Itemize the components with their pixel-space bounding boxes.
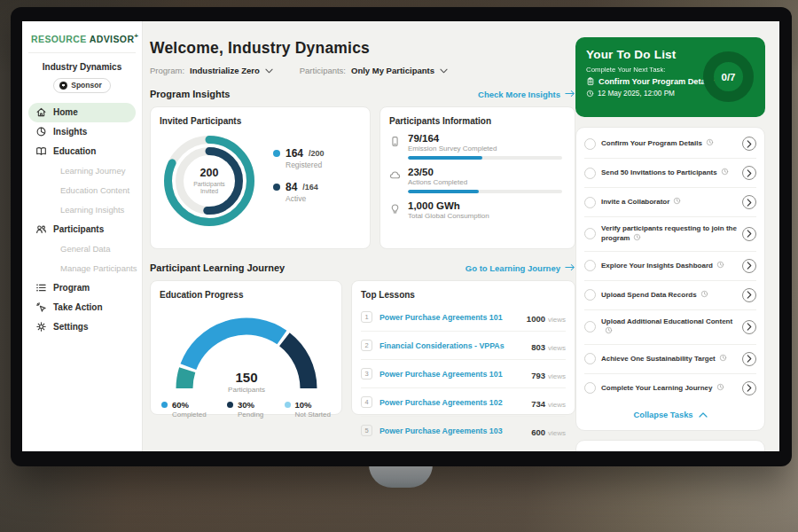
education-gauge-chart: 150 Participants (160, 301, 333, 394)
sidebar-item-icon (35, 145, 47, 157)
task-row: Upload Spend Data Records (584, 280, 756, 309)
task-checkbox[interactable] (584, 321, 596, 332)
task-label-text: Explore Your Insights Dashboard (601, 262, 713, 270)
sidebar-item[interactable]: Manage Participants (28, 259, 136, 278)
sidebar-item[interactable]: Program (28, 278, 136, 298)
lesson-link[interactable]: Power Purchase Agreements 103 (379, 426, 524, 435)
collapse-label: Collapse Tasks (633, 411, 692, 419)
top-lessons-card: Top Lessons 1 Power Purchase Agreements … (351, 280, 575, 415)
sidebar-item[interactable]: Home (28, 103, 136, 122)
todo-progress-count: 0/7 (722, 72, 736, 82)
lesson-link[interactable]: Power Purchase Agreements 102 (379, 398, 524, 407)
filter-dropdown[interactable]: Program: Industrialize Zero (150, 66, 273, 75)
task-due-clock-icon (721, 168, 729, 176)
task-checkbox[interactable] (584, 353, 596, 364)
sidebar-item[interactable]: Take Action (28, 298, 136, 317)
lesson-rank: 1 (361, 311, 372, 323)
task-label: Complete Your Learning Journey (601, 383, 737, 393)
sidebar-item[interactable]: Insights (28, 122, 136, 142)
sidebar-item-label: Insights (53, 127, 87, 137)
stat-icon (389, 169, 401, 181)
gauge-center-value: 150 (160, 370, 333, 385)
task-open-button[interactable] (742, 352, 756, 366)
legend-dot (273, 150, 280, 157)
sidebar-item-icon (43, 184, 54, 196)
task-checkbox[interactable] (584, 138, 596, 150)
donut-center-value: 200 (200, 167, 219, 179)
chevron-down-icon (265, 68, 273, 74)
task-row: Achieve One Sustainability Target (584, 344, 756, 373)
task-checkbox[interactable] (584, 168, 596, 179)
recent-news-card: Recent News (575, 440, 765, 451)
filter-value: Industrialize Zero (190, 66, 260, 75)
sidebar-item-label: Program (53, 283, 90, 293)
sidebar-item-label: Participants (53, 224, 104, 234)
legend-item: 60% Completed (161, 400, 207, 419)
legend-value: 60% (172, 400, 189, 410)
lesson-row: 3 Power Purchase Agreements 101 793views (361, 359, 566, 387)
task-open-button[interactable] (742, 320, 756, 334)
todo-next-task: Confirm Your Program Details (598, 77, 715, 86)
filter-dropdown[interactable]: Participants: Only My Participants (300, 66, 448, 75)
legend-dot (285, 402, 291, 408)
legend-dot (273, 184, 280, 191)
sidebar-item[interactable]: Learning Insights (28, 200, 136, 220)
stat-value: 1,000 GWh (408, 200, 562, 211)
legend-label: Pending (238, 411, 263, 419)
sidebar-item-label: Education (53, 146, 96, 156)
task-checkbox[interactable] (584, 260, 596, 271)
lesson-link[interactable]: Financial Considerations - VPPAs (379, 341, 524, 350)
task-open-button[interactable] (742, 137, 756, 151)
task-open-button[interactable] (742, 166, 756, 180)
task-due-clock-icon (716, 261, 724, 269)
lesson-rank: 4 (361, 396, 372, 408)
todo-header-card: Your To Do List Complete Your Next Task:… (575, 37, 765, 117)
chevron-up-icon (699, 411, 708, 419)
task-open-button[interactable] (742, 259, 756, 273)
sidebar-item-icon (35, 301, 47, 313)
task-row: Complete Your Learning Journey (584, 373, 756, 403)
sidebar-item[interactable]: Learning Journey (28, 161, 136, 181)
logo-plus: + (134, 32, 138, 40)
invited-participants-card: Invited Participants 200 Participants In… (150, 106, 371, 249)
sidebar-item[interactable]: General Data (28, 239, 136, 259)
task-label: Explore Your Insights Dashboard (601, 261, 737, 270)
task-checkbox[interactable] (584, 228, 596, 239)
sidebar-item[interactable]: Participants (28, 220, 136, 239)
task-label: Invite a Collaborator (601, 197, 737, 207)
stat-icon (389, 136, 401, 147)
task-open-button[interactable] (742, 195, 756, 209)
stat-value: 79/164 (408, 133, 562, 144)
task-checkbox[interactable] (584, 382, 596, 394)
clock-icon (586, 90, 594, 98)
lesson-link[interactable]: Power Purchase Agreements 101 (379, 370, 524, 379)
task-open-button[interactable] (742, 227, 756, 241)
task-label: Send 50 Invitations to Participants (601, 168, 737, 177)
sidebar-item-icon (35, 282, 47, 293)
filter-bar: Program: Industrialize Zero Participants… (150, 66, 575, 75)
card-title: Top Lessons (361, 290, 566, 300)
check-more-insights-link[interactable]: Check More Insights (478, 90, 575, 99)
lesson-link[interactable]: Power Purchase Agreements 101 (379, 313, 520, 322)
lesson-row: 1 Power Purchase Agreements 101 1000view… (361, 303, 566, 331)
sidebar-item[interactable]: Settings (28, 317, 136, 337)
task-open-button[interactable] (742, 288, 756, 302)
collapse-tasks-link[interactable]: Collapse Tasks (584, 403, 756, 428)
sidebar-item[interactable]: Education Content (28, 181, 136, 200)
task-checkbox[interactable] (584, 197, 596, 208)
logo-text-secondary: ADVISOR (90, 34, 135, 44)
sidebar-item-label: General Data (60, 244, 111, 254)
go-to-learning-journey-link[interactable]: Go to Learning Journey (466, 263, 575, 273)
legend-item: 10% Not Started (285, 400, 331, 419)
task-open-button[interactable] (742, 381, 756, 395)
legend-label: Completed (172, 411, 207, 419)
task-label: Achieve One Sustainability Target (601, 354, 737, 364)
sidebar-item-label: Home (53, 107, 78, 117)
sidebar-item[interactable]: Education (28, 142, 136, 161)
filter-label: Participants: (300, 66, 346, 75)
task-checkbox[interactable] (584, 289, 596, 301)
progress-fill (408, 190, 479, 193)
task-label-text: Confirm Your Program Details (601, 139, 702, 147)
dashboard-screen: RESOURCEADVISOR+ Industry Dynamics Spons… (22, 21, 779, 451)
legend-denominator: /164 (302, 183, 318, 192)
